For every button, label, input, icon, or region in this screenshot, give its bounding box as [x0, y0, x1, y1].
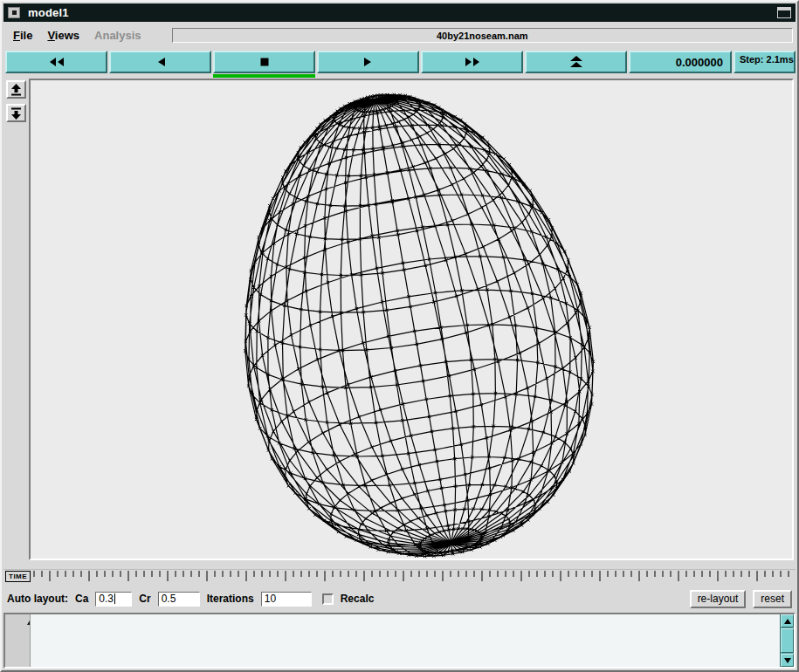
annotation-text-area	[30, 614, 780, 667]
menu-analysis: Analysis	[94, 29, 141, 42]
scrollbar-thumb[interactable]	[781, 628, 794, 653]
auto-layout-bar: Auto layout: Ca 0.3 Cr 0.5 Iterations 10…	[3, 587, 796, 610]
relayout-button[interactable]: re-layout	[690, 590, 747, 608]
play-button[interactable]	[317, 51, 419, 73]
cr-label: Cr	[139, 593, 150, 605]
menu-views[interactable]: Views	[47, 29, 79, 42]
zoom-in-button[interactable]	[6, 80, 26, 99]
menu-bar: File Views Analysis 40by21noseam.nam	[3, 24, 796, 47]
raise-arrow-icon	[10, 84, 23, 96]
time-ruler[interactable]: TIME	[3, 569, 796, 584]
lower-arrow-icon	[10, 107, 23, 120]
active-mode-indicator	[213, 74, 315, 78]
annotation-scrollbar[interactable]	[780, 614, 794, 667]
step-display: Step: 2.1ms	[734, 51, 796, 73]
annotation-pane	[3, 613, 796, 669]
stop-button[interactable]	[213, 51, 315, 73]
ca-label: Ca	[75, 593, 88, 605]
fast-forward-button[interactable]	[421, 51, 523, 73]
scroll-down-icon	[784, 658, 791, 663]
vcr-toolbar: 0.000000 Step: 2.1ms	[3, 49, 796, 75]
scroll-up-icon	[784, 619, 791, 624]
ruler-ticks	[3, 570, 796, 584]
play-icon	[362, 57, 375, 67]
iterations-input[interactable]: 10	[261, 592, 312, 607]
iterations-value: 10	[265, 593, 276, 605]
app-window: model1 File Views Analysis 40by21noseam.…	[0, 0, 799, 672]
window-menu-icon[interactable]	[8, 7, 20, 18]
fast-forward-icon	[463, 57, 482, 67]
recalc-label: Recalc	[341, 593, 375, 605]
step-back-icon	[155, 57, 167, 67]
time-display: 0.000000	[629, 51, 732, 73]
rewind-button[interactable]	[5, 51, 107, 73]
window-title: model1	[28, 6, 69, 19]
scroll-down-button[interactable]	[781, 654, 794, 667]
trace-filename: 40by21noseam.nam	[172, 28, 793, 43]
jump-to-start-button[interactable]	[525, 51, 627, 73]
cr-value: 0.5	[162, 593, 176, 605]
title-bar[interactable]: model1	[3, 3, 796, 22]
animation-canvas[interactable]	[29, 79, 794, 560]
iterations-label: Iterations	[207, 593, 254, 605]
stop-icon	[259, 57, 270, 67]
double-up-icon	[568, 56, 584, 68]
zoom-out-button[interactable]	[6, 104, 26, 122]
maximize-icon[interactable]	[777, 7, 791, 18]
text-caret	[114, 593, 115, 604]
time-slider-tag[interactable]: TIME	[5, 571, 31, 582]
reset-button[interactable]: reset	[753, 590, 792, 608]
ca-value: 0.3	[99, 593, 114, 605]
rewind-icon	[47, 57, 66, 67]
auto-layout-label: Auto layout:	[7, 593, 68, 605]
wireframe-mesh	[31, 80, 792, 559]
side-tool-column	[6, 80, 26, 122]
cr-input[interactable]: 0.5	[158, 592, 200, 607]
window-menu-dot-icon	[12, 10, 17, 15]
recalc-checkbox[interactable]	[322, 593, 334, 605]
ca-input[interactable]: 0.3	[95, 592, 132, 607]
scroll-up-button[interactable]	[781, 614, 794, 627]
menu-file[interactable]: File	[13, 29, 32, 42]
step-back-button[interactable]	[109, 51, 211, 73]
